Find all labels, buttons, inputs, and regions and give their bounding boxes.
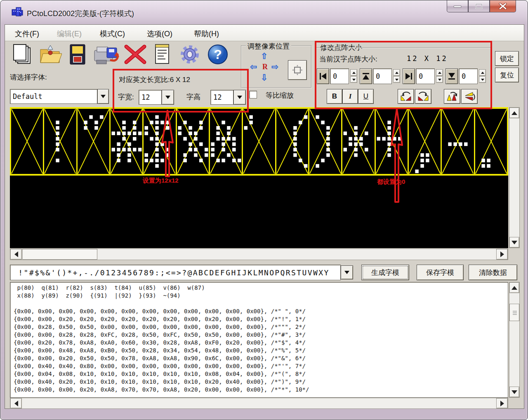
glyph-cell-9[interactable] — [308, 109, 341, 174]
move-up-button[interactable]: ⇧ — [261, 52, 268, 60]
flip-button[interactable] — [461, 89, 478, 104]
trim-bottom-spinner[interactable] — [479, 69, 486, 83]
output-vscroll-up-button[interactable] — [509, 282, 519, 293]
char-height-dropdown-button[interactable] — [233, 90, 246, 105]
rotate-right-button[interactable] — [415, 89, 431, 104]
italic-button[interactable]: I — [342, 89, 358, 104]
delete-button[interactable] — [124, 43, 147, 66]
output-area[interactable]: p(80) q(81) r(82) s(83) t(84) u(85) v(86… — [10, 282, 508, 398]
clear-data-button[interactable]: 清除数据 — [469, 265, 517, 280]
trim-top-spinner[interactable] — [393, 69, 400, 83]
glyph-cell-14[interactable] — [474, 109, 508, 174]
open-file-button[interactable] — [39, 43, 62, 66]
glyph-cell-2[interactable] — [76, 109, 109, 174]
trim-top-button[interactable] — [360, 68, 372, 84]
current-size-label: 当前汉字点阵大小: — [319, 54, 377, 64]
close-button[interactable] — [490, 0, 516, 12]
move-down-button[interactable]: ⇩ — [261, 73, 268, 82]
glyph-cell-7[interactable] — [242, 109, 275, 174]
minimize-button[interactable] — [447, 0, 468, 12]
canvas-hscroll-left-button[interactable] — [10, 249, 22, 260]
glyph-cell-13[interactable] — [441, 109, 474, 174]
canvas-hscroll-thumb[interactable] — [22, 249, 97, 260]
output-vscrollbar[interactable] — [509, 282, 520, 398]
move-right-button[interactable]: ⇨ — [271, 63, 278, 71]
glyph-grid — [210, 109, 242, 174]
glyph-cell-10[interactable] — [341, 109, 374, 174]
glyph-cell-1[interactable] — [43, 109, 76, 174]
glyph-cell-5[interactable] — [176, 109, 209, 174]
report-button[interactable] — [152, 43, 172, 66]
menu-file[interactable]: 文件(F) — [12, 28, 42, 40]
trim-left-spinner[interactable] — [350, 69, 357, 83]
help-icon: ? — [207, 44, 229, 65]
trim-bottom-button[interactable] — [446, 68, 458, 84]
bold-button[interactable]: B — [327, 89, 342, 104]
underline-button[interactable]: U — [358, 89, 374, 104]
glyph-cell-8[interactable] — [275, 109, 308, 174]
trim-left-button[interactable] — [317, 68, 329, 84]
glyph-cell-6[interactable] — [209, 109, 242, 174]
settings-button[interactable] — [178, 43, 201, 66]
arrow-up-icon — [512, 286, 517, 290]
rotate-90-button[interactable] — [444, 89, 460, 104]
menu-help[interactable]: 帮助(H) — [191, 28, 222, 40]
new-file-button[interactable] — [11, 43, 34, 66]
canvas-hscroll-right-button[interactable] — [496, 249, 508, 260]
output-vscroll-thumb[interactable] — [509, 304, 519, 321]
output-hscrollbar[interactable] — [10, 398, 508, 409]
canvas-hscrollbar[interactable] — [10, 249, 508, 260]
minimize-icon — [453, 4, 462, 8]
char-list-input[interactable] — [10, 265, 341, 280]
glyph-cell-12[interactable] — [408, 109, 441, 174]
canvas-vscrollbar[interactable] — [509, 107, 520, 248]
maximize-button[interactable] — [468, 0, 490, 12]
center-image-button[interactable] — [288, 60, 307, 80]
glyph-grid — [78, 109, 109, 174]
char-height-input[interactable] — [210, 90, 233, 105]
glyph-cell-3[interactable] — [109, 109, 142, 174]
char-list-dropdown-button[interactable] — [341, 265, 353, 279]
font-select-input[interactable] — [10, 89, 97, 104]
trim-right-value[interactable] — [416, 68, 435, 84]
trim-left-value[interactable] — [330, 68, 349, 84]
reset-button[interactable]: 复位 — [495, 68, 519, 82]
move-left-button[interactable]: ⇦ — [250, 63, 257, 71]
trim-right-button[interactable] — [403, 68, 415, 84]
lock-button[interactable]: 锁定 — [495, 51, 519, 66]
trim-bottom-value[interactable] — [459, 68, 478, 84]
canvas-vscroll-up-button[interactable] — [509, 108, 519, 118]
output-hscroll-right-button[interactable] — [496, 398, 508, 408]
settings-gear-icon — [179, 44, 200, 65]
center-image-icon — [292, 65, 303, 75]
save-button[interactable] — [66, 43, 89, 66]
save-matrix-button[interactable]: 保存字模 — [417, 265, 464, 280]
menu-options[interactable]: 选项(O) — [144, 28, 175, 40]
export-button[interactable] — [92, 43, 122, 66]
glyph-grid — [11, 109, 43, 174]
output-vscroll-down-button[interactable] — [509, 387, 519, 397]
generate-button[interactable]: 生成字模 — [361, 265, 409, 280]
lcd-canvas[interactable]: 设置为12x12 都设置为0 — [10, 107, 508, 248]
char-width-dropdown-button[interactable] — [162, 90, 174, 105]
font-select-dropdown-button[interactable] — [97, 89, 109, 104]
current-size-value: 12 X 12 — [407, 54, 448, 63]
glyph-grid — [309, 109, 341, 174]
canvas-vscroll-down-button[interactable] — [509, 237, 519, 248]
glyph-grid — [44, 109, 76, 174]
char-width-label: 字宽: — [118, 92, 134, 102]
glyph-cell-0[interactable] — [10, 109, 43, 174]
help-button[interactable]: ? — [206, 43, 229, 66]
menu-mode[interactable]: 模式(C) — [97, 28, 127, 40]
trim-right-spinner[interactable] — [436, 69, 443, 83]
char-width-input[interactable] — [139, 90, 162, 105]
menu-edit[interactable]: 编辑(E) — [54, 28, 84, 40]
scale-checkbox[interactable] — [249, 91, 257, 99]
trim-top-value[interactable] — [373, 68, 392, 84]
trim-bottom-icon — [448, 72, 456, 80]
arrow-down-icon — [512, 390, 517, 394]
reset-position-button[interactable]: R — [262, 63, 268, 71]
arrow-right-icon — [500, 251, 504, 257]
output-hscroll-left-button[interactable] — [10, 398, 22, 408]
rotate-left-button[interactable] — [398, 89, 414, 104]
